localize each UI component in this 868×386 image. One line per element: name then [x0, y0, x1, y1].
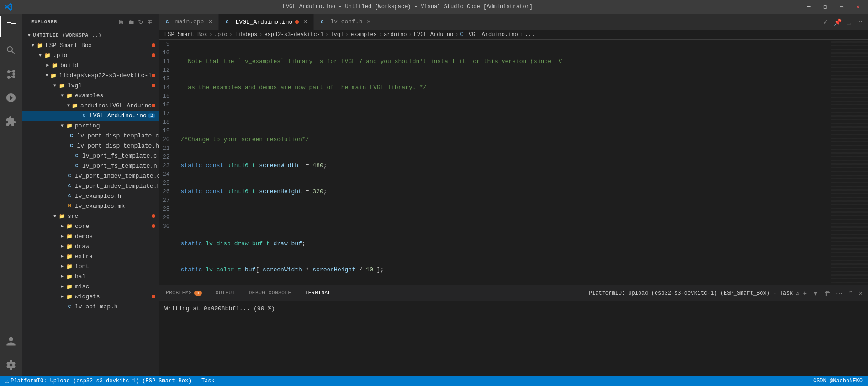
- refresh-button[interactable]: ↻: [137, 17, 144, 26]
- status-credit[interactable]: CSDN @NachoNEKO: [811, 378, 864, 384]
- close-button[interactable]: ✕: [852, 3, 863, 11]
- tree-item-build[interactable]: ► 📁 build: [22, 60, 159, 70]
- folder-icon: 📁: [37, 42, 44, 49]
- more-actions-button[interactable]: ⋯: [854, 17, 864, 26]
- tree-item-lv-api-map[interactable]: C lv_api_map.h: [22, 301, 159, 312]
- credit-text: CSDN @NachoNEKO: [813, 378, 863, 384]
- tree-item-hal[interactable]: ► 📁 hal: [22, 271, 159, 281]
- code-editor[interactable]: 9 10 11 12 13 14 15 16 17 18 19 20 21 22…: [159, 40, 831, 285]
- panel-tab-terminal[interactable]: TERMINAL: [298, 285, 338, 301]
- tree-item-extra[interactable]: ► 📁 extra: [22, 251, 159, 261]
- tree-item-lv-port-indev-h[interactable]: C lv_port_indev_template.h: [22, 181, 159, 191]
- tree-label: lv_port_fs_template.h: [82, 163, 157, 169]
- collapse-all-button[interactable]: ∓: [146, 17, 153, 26]
- breadcrumb-pio[interactable]: .pio: [214, 32, 228, 38]
- mk-file-icon: M: [66, 202, 73, 210]
- tree-label: lv_examples.mk: [75, 203, 125, 210]
- panel-tab-debug-console[interactable]: DEBUG CONSOLE: [242, 285, 298, 301]
- terminal-line: Writing at 0x0008bbf1... (90 %): [164, 305, 863, 313]
- window-controls[interactable]: — ◻ ▭ ✕: [804, 3, 863, 11]
- minimap: [831, 40, 868, 285]
- activity-explorer[interactable]: [0, 16, 22, 37]
- activity-run-debug[interactable]: [0, 87, 22, 109]
- folder-icon: 📁: [66, 243, 73, 250]
- new-terminal-button[interactable]: +: [801, 289, 809, 298]
- breadcrumb-libdeps[interactable]: libdeps: [234, 32, 257, 38]
- terminal-content[interactable]: Writing at 0x0008bbf1... (90 %): [159, 301, 868, 376]
- kill-terminal-button[interactable]: 🗑: [822, 289, 832, 298]
- more-panel-button[interactable]: ⋯: [834, 289, 844, 298]
- activity-accounts[interactable]: [0, 330, 22, 352]
- panel-tab-label: TERMINAL: [305, 290, 331, 296]
- new-folder-button[interactable]: 🖿: [127, 17, 135, 26]
- activity-settings[interactable]: [0, 354, 22, 376]
- tree-item-lv-port-fs-h[interactable]: C lv_port_fs_template.h: [22, 161, 159, 171]
- tree-item-demos[interactable]: ► 📁 demos: [22, 231, 159, 241]
- breadcrumb-examples[interactable]: examples: [350, 32, 377, 38]
- tree-item-lvgl[interactable]: ▼ 📁 lvgl: [22, 80, 159, 90]
- tab-lv-conf[interactable]: C lv_conf.h ×: [314, 14, 377, 30]
- tab-label: lv_conf.h: [330, 18, 362, 25]
- tree-item-examples[interactable]: ▼ 📁 examples: [22, 90, 159, 100]
- breadcrumb-lvgl[interactable]: lvgl: [330, 32, 344, 38]
- activity-search[interactable]: [0, 39, 22, 61]
- panel-tab-output[interactable]: OUTPUT: [209, 285, 242, 301]
- activity-extensions[interactable]: [0, 111, 22, 132]
- close-panel-button[interactable]: ×: [857, 289, 864, 298]
- folder-icon: 📁: [66, 273, 73, 280]
- folder-icon: 📁: [51, 62, 58, 69]
- tree-item-font[interactable]: ► 📁 font: [22, 261, 159, 271]
- split-button[interactable]: ▭: [836, 3, 847, 11]
- minimize-button[interactable]: —: [804, 3, 815, 11]
- tree-item-esp-smart-box[interactable]: ▼ 📁 ESP_Smart_Box: [22, 40, 159, 50]
- tab-close-lv-conf[interactable]: ×: [365, 18, 372, 26]
- tree-item-lvgl-arduino-ino[interactable]: ► C LVGL_Arduino.ino 2: [22, 111, 159, 121]
- sidebar-title: EXPLORER: [31, 19, 57, 25]
- pin-button[interactable]: 📌: [832, 17, 843, 26]
- source-control-icon: [5, 69, 16, 79]
- tab-actions: ✓ 📌 ⎵ ⋯: [821, 17, 868, 26]
- folder-icon: 📁: [71, 102, 79, 109]
- breadcrumb-esp[interactable]: ESP_Smart_Box: [164, 32, 207, 38]
- tree-item-lv-port-indev-c[interactable]: C lv_port_indev_template.c: [22, 171, 159, 181]
- tree-item-porting[interactable]: ▼ 📁 porting: [22, 121, 159, 131]
- tree-item-draw[interactable]: ► 📁 draw: [22, 241, 159, 251]
- tree-item-lv-examples-h[interactable]: C lv_examples.h: [22, 191, 159, 201]
- tree-item-arduino-lvgl[interactable]: ▼ 📁 arduino\LVGL_Arduino: [22, 100, 159, 111]
- maximize-panel-button[interactable]: ⌃: [846, 289, 855, 298]
- problems-badge: 5: [194, 291, 202, 296]
- breadcrumb-lvgl-arduino[interactable]: LVGL_Arduino: [414, 32, 453, 38]
- breadcrumb-ellipsis[interactable]: ...: [525, 32, 535, 38]
- breadcrumb-arduino[interactable]: arduino: [384, 32, 407, 38]
- cpp-icon: C: [164, 18, 171, 26]
- code-content[interactable]: Note that the `lv_examples` library is f…: [177, 40, 831, 285]
- tab-main-cpp[interactable]: C main.cpp ×: [159, 14, 219, 30]
- terminal-dropdown-button[interactable]: ▼: [810, 289, 820, 298]
- tree-item-src[interactable]: ▼ 📁 src: [22, 211, 159, 221]
- activity-source-control[interactable]: [0, 63, 22, 85]
- modified-dot: [152, 104, 155, 107]
- tab-lvgl-arduino[interactable]: C LVGL_Arduino.ino ×: [219, 14, 314, 30]
- tab-close-main-cpp[interactable]: ×: [206, 18, 214, 26]
- tree-item-lv-examples-mk[interactable]: M lv_examples.mk: [22, 201, 159, 211]
- tree-item-lv-port-fs-c[interactable]: C lv_port_fs_template.c: [22, 151, 159, 161]
- new-file-button[interactable]: 🗎: [117, 17, 125, 26]
- tree-item-pio[interactable]: ▼ 📁 .pio: [22, 50, 159, 60]
- tree-item-core[interactable]: ► 📁 core: [22, 221, 159, 231]
- tree-item-lv-port-disp-h[interactable]: C lv_port_disp_template.h: [22, 141, 159, 151]
- c-file-icon: C: [73, 152, 80, 159]
- split-editor-button[interactable]: ⎵: [845, 17, 852, 26]
- panel-tab-problems[interactable]: PROBLEMS 5: [159, 285, 209, 301]
- breadcrumb-devkit[interactable]: esp32-s3-devkitc-1: [264, 32, 323, 38]
- restore-button[interactable]: ◻: [820, 3, 831, 11]
- workspace-header[interactable]: ▼ UNTITLED (WORKSPA...): [22, 30, 159, 40]
- tab-close-lvgl[interactable]: ×: [302, 18, 309, 26]
- tree-item-lv-port-disp-c[interactable]: C lv_port_disp_template.c: [22, 131, 159, 141]
- tree-item-libdeps[interactable]: ▼ 📁 libdeps\esp32-s3-devkitc-1: [22, 70, 159, 80]
- check-all-button[interactable]: ✓: [821, 17, 830, 26]
- title-bar-left: [5, 3, 12, 11]
- tree-item-misc[interactable]: ► 📁 misc: [22, 281, 159, 291]
- tree-item-widgets[interactable]: ► 📁 widgets: [22, 291, 159, 301]
- breadcrumb-file[interactable]: C LVGL_Arduino.ino: [460, 32, 518, 38]
- status-platformio[interactable]: ⚠ PlatformIO: Upload (esp32-s3-devkitc-1…: [4, 378, 217, 385]
